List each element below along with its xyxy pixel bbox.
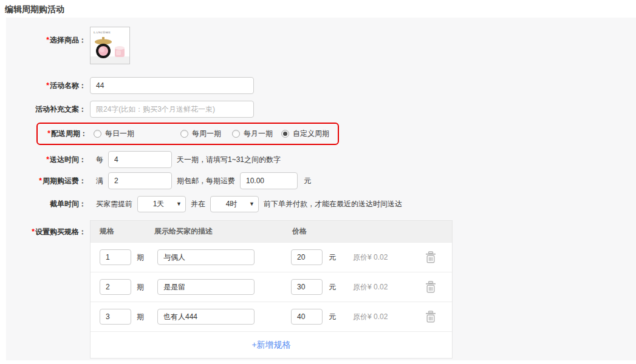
radio-custom-cycle-label: 自定义周期 [293,129,329,139]
radio-weekly-label: 每周一期 [192,129,221,139]
delivery-time-row: *送达时间： 每 天一期，请填写1~31之间的数字 [6,151,636,168]
spec-description-input[interactable] [157,309,255,325]
free-shipping-periods-input[interactable] [108,172,172,189]
shipping-middle-text: 期包邮，每期运费 [177,176,235,186]
radio-checked-icon [281,130,289,138]
delivery-cycle-highlight-box: *配送周期： 每日一期 每周一期 每月一期 自定义周期 [36,123,339,145]
lancome-product-icon: LANCÔME [91,27,129,64]
delivery-cycle-label-text: 配送周期： [51,129,87,138]
activity-name-label: *活动名称： [6,81,86,91]
delivery-time-suffix: 天一期，请填写1~31之间的数字 [177,155,281,165]
original-price: 原价¥ 0.02 [353,252,388,263]
radio-monthly-label: 每月一期 [244,129,273,139]
activity-name-label-text: 活动名称： [50,81,86,90]
spec-row-1: 期 元 原价¥ 0.02 [91,242,452,272]
svg-text:LANCÔME: LANCÔME [94,31,111,34]
trash-icon [425,311,436,323]
required-mark: * [46,36,49,44]
shipping-prefix: 满 [96,176,103,186]
spec-price-input[interactable] [291,309,323,325]
activity-subtitle-input[interactable] [90,101,254,118]
activity-subtitle-label: 活动补充文案： [6,104,86,115]
required-mark: * [39,177,42,185]
shipping-suffix: 元 [304,176,311,186]
spec-settings-label-text: 设置购买规格： [35,228,86,236]
spec-table: 规格 展示给买家的描述 价格 期 元 原价¥ 0.02 [90,220,453,359]
radio-custom-cycle[interactable]: 自定义周期 [281,129,329,139]
unit-yuan: 元 [329,252,336,263]
radio-daily[interactable]: 每日一期 [94,129,134,139]
required-mark: * [46,81,49,90]
spec-row-2: 期 元 原价¥ 0.02 [91,272,452,302]
spec-price-input[interactable] [291,279,323,295]
product-label: *选择商品： [6,27,86,46]
delete-spec-button[interactable] [425,251,436,263]
radio-unchecked-icon [232,130,240,138]
radio-monthly[interactable]: 每月一期 [232,129,273,139]
form-panel: *选择商品： LANCÔME *活动名称： 活动补充文案： [6,18,636,360]
cutoff-hour-select[interactable]: 4时 ▼ [210,196,259,212]
unit-period: 期 [137,252,144,263]
delivery-time-prefix: 每 [96,155,103,165]
header-spec: 规格 [100,226,154,237]
spec-periods-input[interactable] [100,309,131,325]
product-label-text: 选择商品： [50,36,86,44]
add-spec-button[interactable]: +新增规格 [251,340,290,351]
spec-description-input[interactable] [157,249,255,265]
delivery-time-label-text: 送达时间： [50,155,86,164]
spec-table-footer: +新增规格 [91,331,452,358]
cutoff-hour-value: 4时 [226,199,238,209]
unit-period: 期 [137,282,144,292]
radio-unchecked-icon [94,130,101,138]
required-mark: * [32,228,35,236]
shipping-fee-label-text: 周期购运费： [43,177,86,185]
cutoff-day-value: 1天 [153,199,165,209]
spec-description-input[interactable] [157,279,255,295]
delivery-time-label: *送达时间： [6,155,86,165]
original-price: 原价¥ 0.02 [353,312,388,322]
radio-unchecked-icon [180,130,188,138]
cutoff-suffix: 前下单并付款，才能在最近的送达时间送达 [264,199,402,209]
unit-yuan: 元 [329,282,336,292]
spec-table-header: 规格 展示给买家的描述 价格 [91,221,452,242]
activity-name-input[interactable] [90,77,254,94]
required-mark: * [46,155,49,164]
spec-settings-label: *设置购买规格： [6,220,86,237]
radio-weekly[interactable]: 每周一期 [180,129,221,139]
spec-settings-row: *设置购买规格： 规格 展示给买家的描述 价格 期 元 原价¥ 0.02 [6,220,636,359]
chevron-down-icon: ▼ [176,201,182,207]
chevron-down-icon: ▼ [249,201,255,207]
cutoff-day-select[interactable]: 1天 ▼ [137,196,186,212]
unit-yuan: 元 [329,312,336,322]
trash-icon [425,281,436,293]
shipping-fee-input[interactable] [240,172,298,189]
product-row: *选择商品： LANCÔME [6,27,636,64]
activity-subtitle-row: 活动补充文案： [6,101,636,118]
cutoff-time-label: 截单时间： [6,199,86,209]
delivery-cycle-row: *配送周期： 每日一期 每周一期 每月一期 自定义周期 [6,123,636,145]
radio-daily-label: 每日一期 [105,129,134,139]
shipping-fee-label: *周期购运费： [6,176,86,186]
spec-price-input[interactable] [291,249,323,265]
unit-period: 期 [137,312,144,322]
spec-periods-input[interactable] [100,279,131,295]
spec-periods-input[interactable] [100,249,131,265]
cutoff-middle-text: 并在 [191,199,205,209]
product-image[interactable]: LANCÔME [90,27,130,64]
original-price: 原价¥ 0.02 [353,282,388,292]
trash-icon [425,251,436,263]
required-mark: * [47,129,50,138]
shipping-fee-row: *周期购运费： 满 期包邮，每期运费 元 [6,172,636,189]
delete-spec-button[interactable] [425,281,436,293]
page-title: 编辑周期购活动 [0,0,636,15]
delete-spec-button[interactable] [425,311,436,323]
header-price: 价格 [292,226,307,237]
delivery-interval-input[interactable] [108,151,172,168]
activity-name-row: *活动名称： [6,77,636,94]
cutoff-prefix: 买家需提前 [96,199,132,209]
cutoff-time-row: 截单时间： 买家需提前 1天 ▼ 并在 4时 ▼ 前下单并付款，才能在最近的送达… [6,196,636,212]
header-description: 展示给买家的描述 [154,226,292,237]
spec-row-3: 期 元 原价¥ 0.02 [91,302,452,331]
delivery-cycle-label: *配送周期： [41,129,87,139]
